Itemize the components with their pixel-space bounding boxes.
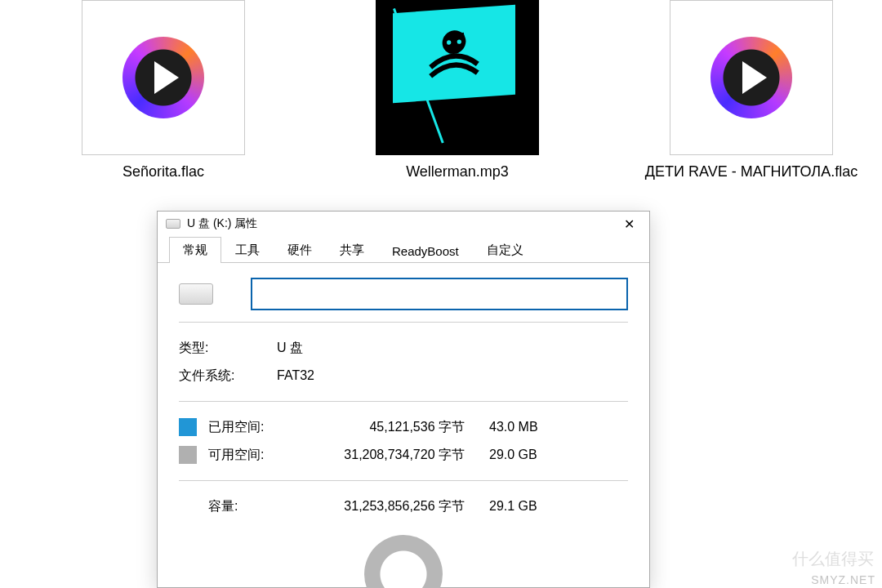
dialog-title: U 盘 (K:) 属性 [187,216,610,231]
capacity-friendly: 29.1 GB [489,499,563,514]
file-name: Señorita.flac [122,163,204,180]
free-space-label: 可用空间: [208,447,293,464]
tab-customize[interactable]: 自定义 [473,237,537,263]
free-space-friendly: 29.0 GB [489,448,563,462]
close-button[interactable]: ✕ [610,212,648,236]
play-triangle-icon [742,61,767,94]
svg-rect-5 [457,49,459,53]
file-thumbnail [376,0,539,155]
explorer-files: Señorita.flac [0,0,882,196]
play-icon [122,37,204,118]
filesystem-value: FAT32 [277,368,628,383]
svg-rect-4 [450,50,452,54]
file-item[interactable]: ДЕТИ RAVE - МАГНИТОЛА.flac [637,0,866,196]
file-thumbnail [82,0,245,155]
tab-general[interactable]: 常规 [169,237,221,263]
drive-icon [166,219,180,229]
file-name: Wellerman.mp3 [406,163,509,180]
file-thumbnail [670,0,833,155]
tab-readyboost[interactable]: ReadyBoost [378,238,473,263]
used-space-friendly: 43.0 MB [489,420,563,434]
file-name: ДЕТИ RAVE - МАГНИТОЛА.flac [645,163,858,180]
play-icon [710,37,792,118]
drive-icon [179,283,213,305]
capacity-bytes: 31,253,856,256 字节 [293,498,489,515]
pirate-flag-icon [393,5,515,103]
type-value: U 盘 [277,340,628,357]
drive-properties-dialog: U 盘 (K:) 属性 ✕ 常规 工具 硬件 共享 ReadyBoost 自定义… [157,211,650,588]
file-item[interactable]: Señorita.flac [49,0,278,196]
usage-pie-chart [364,535,443,588]
used-space-bytes: 45,121,536 字节 [293,419,489,436]
file-item[interactable]: Wellerman.mp3 [343,0,572,196]
tab-sharing[interactable]: 共享 [326,237,378,263]
volume-name-input[interactable] [251,278,628,310]
filesystem-label: 文件系统: [179,368,277,385]
separator [179,322,628,323]
free-space-bytes: 31,208,734,720 字节 [293,447,489,464]
separator [179,480,628,481]
capacity-label: 容量: [179,498,293,515]
watermark-cn: 什么值得买 [792,548,874,570]
watermark-latin: SMYZ.NET [811,573,875,586]
dialog-titlebar[interactable]: U 盘 (K:) 属性 ✕ [158,212,649,236]
tab-hardware[interactable]: 硬件 [274,237,326,263]
free-space-swatch [179,446,197,464]
tab-panel-general: 类型: U 盘 文件系统: FAT32 已用空间: 45,121,536 字节 … [158,263,649,588]
tab-tools[interactable]: 工具 [221,237,274,263]
separator [179,401,628,402]
used-space-swatch [179,418,197,436]
used-space-label: 已用空间: [208,419,293,436]
tab-strip: 常规 工具 硬件 共享 ReadyBoost 自定义 [158,236,649,263]
play-triangle-icon [154,61,179,94]
type-label: 类型: [179,340,277,357]
close-icon: ✕ [624,216,635,232]
